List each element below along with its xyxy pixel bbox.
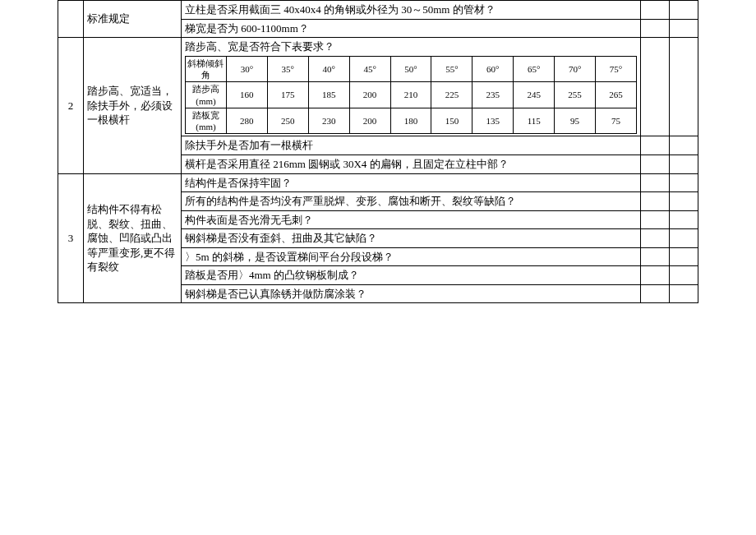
inner-angle: 60° [472,56,514,82]
row2-requirement: 踏步高、宽适当，除扶手外，必须设一根横杆 [84,38,182,173]
row3-q4-chk1 [641,229,670,248]
row3-q5: 〉5m 的斜梯，是否设置梯间平台分段设梯？ [182,247,641,266]
inner-angle: 65° [514,56,555,82]
row3-q6: 踏板是否用〉4mm 的凸纹钢板制成？ [182,266,641,285]
row1-q2-chk2 [670,19,698,38]
row3-index: 3 [58,173,84,303]
row2-index: 2 [58,38,84,173]
inner-angle: 70° [555,56,596,82]
inner-width: 115 [514,108,555,134]
inner-height: 175 [267,82,308,108]
row1-q1: 立柱是否采用截面三 40x40x4 的角钢或外径为 30～50mm 的管材？ [182,1,641,20]
row2-qa-chk1 [641,136,670,155]
inner-width: 135 [472,108,514,134]
inner-width: 280 [226,108,267,134]
row1-q1-chk2 [670,1,698,20]
row3-q3: 构件表面是否光滑无毛刺？ [182,210,641,229]
row1-requirement: 标准规定 [84,1,182,38]
inner-height: 200 [349,82,390,108]
row2-qa: 除扶手外是否加有一根横杆 [182,136,641,155]
inner-angle: 50° [390,56,431,82]
inner-angle: 75° [596,56,637,82]
row2-qb-chk2 [670,155,698,173]
inner-angle: 35° [267,56,308,82]
inner-height: 265 [596,82,637,108]
inner-height: 160 [226,82,267,108]
row2-qb-chk1 [641,155,670,173]
row3-q7-chk2 [670,284,698,303]
inner-width: 250 [267,108,308,134]
row2-qtop-cell: 踏步高、宽是否符合下表要求？ 斜梯倾斜角 30° 35° 40° 45° 50°… [182,38,641,136]
row1-q1-chk1 [641,1,670,20]
row3-q4: 钢斜梯是否没有歪斜、扭曲及其它缺陷？ [182,229,641,248]
step-dimensions-table: 斜梯倾斜角 30° 35° 40° 45° 50° 55° 60° 65° 70… [185,56,637,135]
inner-h1: 斜梯倾斜角 [186,56,227,82]
row2-qtop-text: 踏步高、宽是否符合下表要求？ [185,39,637,54]
inner-height: 225 [431,82,472,108]
table-row: 3 结构件不得有松脱、裂纹、扭曲、腐蚀、凹陷或凸出等严重变形,更不得有裂纹 结构… [58,173,698,192]
table-row: 标准规定 立柱是否采用截面三 40x40x4 的角钢或外径为 30～50mm 的… [58,1,698,20]
main-table: 标准规定 立柱是否采用截面三 40x40x4 的角钢或外径为 30～50mm 的… [58,0,698,303]
row3-q3-chk2 [670,210,698,229]
row3-q7: 钢斜梯是否已认真除锈并做防腐涂装？ [182,284,641,303]
row3-q1: 结构件是否保持牢固？ [182,173,641,192]
row3-q1-chk1 [641,173,670,192]
inner-h3: 踏板宽(mm) [186,108,227,134]
inner-angle: 55° [431,56,472,82]
row3-q2-chk2 [670,192,698,211]
row3-q7-chk1 [641,284,670,303]
row3-q5-chk2 [670,247,698,266]
row1-q2: 梯宽是否为 600-1100mm？ [182,19,641,38]
inner-width: 180 [390,108,431,134]
row2-qb: 横杆是否采用直径 216mm 圆钢或 30X4 的扁钢，且固定在立柱中部？ [182,155,641,173]
table-row: 2 踏步高、宽适当，除扶手外，必须设一根横杆 踏步高、宽是否符合下表要求？ 斜梯… [58,38,698,136]
row3-requirement: 结构件不得有松脱、裂纹、扭曲、腐蚀、凹陷或凸出等严重变形,更不得有裂纹 [84,173,182,303]
inner-height: 245 [514,82,555,108]
row2-qtop-chk2 [670,38,698,136]
inner-width: 230 [308,108,349,134]
row3-q4-chk2 [670,229,698,248]
inner-height: 255 [555,82,596,108]
inner-height: 185 [308,82,349,108]
row3-q1-chk2 [670,173,698,192]
row2-qtop-chk1 [641,38,670,136]
inner-width: 95 [555,108,596,134]
row3-q6-chk1 [641,266,670,285]
row3-q2: 所有的结构件是否均没有严重脱焊、变形、腐蚀和断开、裂纹等缺陷？ [182,192,641,211]
row1-index [58,1,84,38]
inner-height: 235 [472,82,514,108]
inner-width: 150 [431,108,472,134]
inner-h2: 踏步高(mm) [186,82,227,108]
inner-height: 210 [390,82,431,108]
row1-q2-chk1 [641,19,670,38]
inner-angle: 40° [308,56,349,82]
inner-angle: 45° [349,56,390,82]
inner-angle: 30° [226,56,267,82]
inner-width: 75 [596,108,637,134]
row3-q6-chk2 [670,266,698,285]
row3-q3-chk1 [641,210,670,229]
row2-qa-chk2 [670,136,698,155]
row3-q2-chk1 [641,192,670,211]
inner-width: 200 [349,108,390,134]
row3-q5-chk1 [641,247,670,266]
